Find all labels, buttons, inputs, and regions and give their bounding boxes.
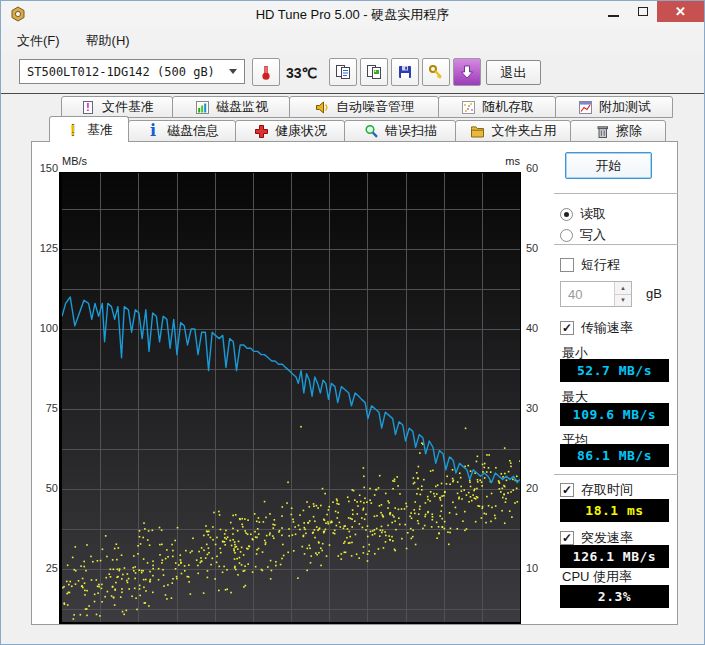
- transfer-rate-row[interactable]: 传输速率: [560, 319, 633, 337]
- right-tick: 10: [526, 562, 552, 575]
- random-access-icon: [460, 99, 476, 115]
- left-tick: 25: [34, 562, 58, 575]
- tab-row-secondary: ! 文件基准 磁盘监视 自动噪音管理 随机存取 附加测试: [61, 96, 672, 118]
- exit-button[interactable]: 退出: [486, 60, 541, 85]
- menu-bar: 文件(F) 帮助(H): [1, 28, 704, 53]
- right-tick: 40: [526, 322, 552, 335]
- folder-usage-icon: [470, 123, 486, 139]
- right-tick: 30: [526, 402, 552, 415]
- short-stroke-spinner: ▲ ▼: [560, 281, 632, 307]
- close-button[interactable]: ✕: [657, 1, 704, 22]
- close-icon: ✕: [675, 5, 686, 18]
- save-button[interactable]: [391, 58, 419, 86]
- left-tick: 100: [34, 322, 58, 335]
- error-scan-icon: [363, 123, 379, 139]
- minimize-button[interactable]: [599, 1, 628, 22]
- health-icon: [253, 123, 269, 139]
- menu-file[interactable]: 文件(F): [17, 32, 60, 50]
- left-tick: 75: [34, 402, 58, 415]
- thermometer-icon: [259, 63, 273, 81]
- access-time-checkbox[interactable]: [560, 483, 574, 497]
- separator: [554, 244, 678, 245]
- tab-aam[interactable]: 自动噪音管理: [289, 96, 439, 118]
- transfer-rate-label: 传输速率: [581, 319, 633, 337]
- tab-random-access[interactable]: 随机存取: [438, 96, 556, 118]
- max-speed-display: 109.6 MB/s: [560, 403, 669, 426]
- short-stroke-checkbox[interactable]: [560, 258, 574, 272]
- capacity-unit-label: gB: [646, 286, 662, 301]
- benchmark-icon: !: [65, 122, 81, 138]
- benchmark-plot-frame: [59, 172, 521, 624]
- minimize-icon: [608, 15, 619, 17]
- maximize-icon: [638, 7, 648, 16]
- access-time-label: 存取时间: [581, 481, 633, 499]
- spinner-down-icon[interactable]: ▼: [615, 295, 631, 307]
- options-button[interactable]: [422, 58, 450, 86]
- left-tick: 150: [34, 162, 58, 175]
- burst-rate-display: 126.1 MB/s: [560, 545, 669, 568]
- file-benchmark-icon: !: [80, 99, 96, 115]
- spinner-up-icon[interactable]: ▲: [615, 282, 631, 295]
- tab-error-scan[interactable]: 错误扫描: [344, 120, 456, 142]
- hd-tune-window: HD Tune Pro 5.00 - 硬盘实用程序 ✕ 文件(F) 帮助(H) …: [0, 0, 705, 645]
- separator: [554, 474, 678, 475]
- copy-text-icon: [335, 64, 351, 80]
- left-tick: 125: [34, 242, 58, 255]
- tab-erase[interactable]: 擦除: [570, 120, 666, 142]
- right-axis-title: ms: [494, 155, 520, 167]
- benchmark-page: MB/s ms 150 125 100 75 50 25 60 50 40 30…: [31, 141, 678, 625]
- disk-info-icon: i: [145, 123, 161, 139]
- read-label: 读取: [580, 205, 606, 223]
- copy-image-button[interactable]: [360, 58, 388, 86]
- benchmark-plot: [62, 173, 520, 622]
- cpu-usage-label: CPU 使用率: [562, 568, 632, 586]
- toolbar: ST500LT012-1DG142 (500 gB) 33℃ 退出: [1, 53, 704, 94]
- write-radio[interactable]: [560, 229, 573, 242]
- tab-disk-info[interactable]: i 磁盘信息: [128, 120, 236, 142]
- temperature-value: 33℃: [286, 65, 317, 81]
- tab-disk-monitor[interactable]: 磁盘监视: [172, 96, 290, 118]
- separator: [554, 193, 678, 194]
- access-time-row[interactable]: 存取时间: [560, 481, 633, 499]
- cpu-usage-display: 2.3%: [560, 585, 669, 608]
- min-speed-display: 52.7 MB/s: [560, 359, 669, 382]
- drive-selector-value: ST500LT012-1DG142 (500 gB): [27, 65, 215, 79]
- burst-rate-checkbox[interactable]: [560, 531, 574, 545]
- write-label: 写入: [580, 226, 606, 244]
- titlebar: HD Tune Pro 5.00 - 硬盘实用程序 ✕: [1, 1, 704, 28]
- maximize-button[interactable]: [628, 1, 657, 22]
- drive-selector[interactable]: ST500LT012-1DG142 (500 gB): [19, 59, 245, 84]
- tab-health[interactable]: 健康状况: [235, 120, 345, 142]
- keys-icon: [428, 64, 444, 80]
- read-radio[interactable]: [560, 208, 573, 221]
- tab-file-benchmark[interactable]: ! 文件基准: [61, 96, 173, 118]
- short-stroke-row[interactable]: 短行程: [560, 256, 620, 274]
- update-button[interactable]: [453, 58, 481, 86]
- tab-folder-usage[interactable]: 文件夹占用: [455, 120, 571, 142]
- spinner-buttons: ▲ ▼: [614, 282, 631, 306]
- extra-tests-icon: [577, 99, 593, 115]
- right-tick: 50: [526, 242, 552, 255]
- temperature-button[interactable]: [252, 58, 280, 86]
- left-axis-title: MB/s: [62, 155, 87, 167]
- short-stroke-label: 短行程: [581, 256, 620, 274]
- tab-extra-tests[interactable]: 附加测试: [555, 96, 673, 118]
- read-radio-row[interactable]: 读取: [560, 205, 606, 223]
- right-tick: 60: [526, 162, 552, 175]
- avg-speed-display: 86.1 MB/s: [560, 444, 669, 467]
- tab-row-primary: ! 基准 i 磁盘信息 健康状况 错误扫描 文件夹占用 擦除: [49, 116, 665, 142]
- window-controls: ✕: [599, 1, 704, 22]
- short-stroke-capacity-input[interactable]: [561, 282, 614, 306]
- transfer-rate-checkbox[interactable]: [560, 321, 574, 335]
- disk-monitor-icon: [194, 99, 210, 115]
- left-tick: 50: [34, 482, 58, 495]
- menu-help[interactable]: 帮助(H): [86, 32, 130, 50]
- start-button[interactable]: 开始: [565, 152, 652, 179]
- copy-text-button[interactable]: [329, 58, 357, 86]
- chevron-down-icon: [229, 69, 237, 74]
- access-time-display: 18.1 ms: [560, 499, 669, 522]
- erase-icon: [594, 123, 610, 139]
- download-arrow-icon: [459, 64, 475, 80]
- write-radio-row[interactable]: 写入: [560, 226, 606, 244]
- tab-benchmark[interactable]: ! 基准: [49, 116, 129, 142]
